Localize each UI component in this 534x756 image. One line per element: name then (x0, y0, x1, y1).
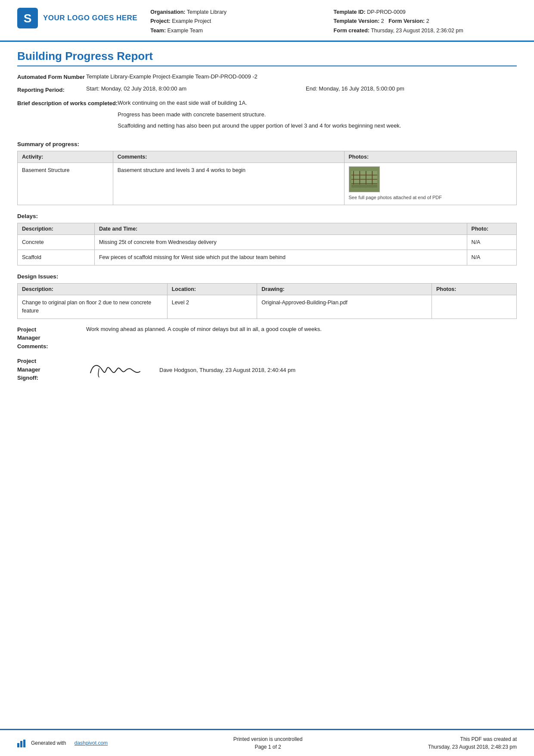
design-drawing-1: Original-Approved-Building-Plan.pdf (257, 295, 432, 319)
desc-line-2: Progress has been made with concrete bas… (118, 110, 517, 119)
pm-signoff-content: Dave Hodgson, Thursday, 23 August 2018, … (86, 356, 517, 383)
summary-row-1: Basement Structure Basement structure an… (18, 163, 517, 205)
page-footer: Generated with dashpivot.com Printed ver… (0, 729, 534, 756)
pm-signoff-row: Project Manager Signoff: Dave Hodgson, T… (17, 356, 517, 383)
form-created-row: Form created: Thursday, 23 August 2018, … (334, 26, 517, 35)
footer-page-number: Page 1 of 2 (233, 743, 303, 751)
delays-datetime-1: Missing 25t of concrete from Wednesday d… (94, 234, 467, 250)
summary-table-header-row: Activity: Comments: Photos: (18, 151, 517, 163)
reporting-period-row: Reporting Period: Start: Monday, 02 July… (17, 85, 517, 94)
form-number-label: Automated Form Number (17, 72, 86, 81)
header-meta: Organisation: Template Library Project: … (150, 8, 517, 35)
logo-icon: S (17, 8, 38, 28)
footer-link[interactable]: dashpivot.com (75, 740, 108, 746)
logo-text: YOUR LOGO GOES HERE (43, 14, 137, 22)
pm-comments-value: Work moving ahead as planned. A couple o… (86, 325, 517, 351)
footer-uncontrolled: Printed version is uncontrolled (233, 735, 303, 743)
reporting-period-label: Reporting Period: (17, 85, 86, 94)
svg-text:S: S (24, 12, 32, 25)
spacer (0, 559, 534, 729)
desc-line-1: Work continuing on the east side wall of… (118, 99, 517, 108)
delays-col-description: Description: (18, 223, 95, 234)
summary-col-activity: Activity: (18, 151, 113, 163)
main-content: Building Progress Report Automated Form … (0, 42, 534, 559)
design-col-photos: Photos: (432, 284, 516, 295)
summary-table: Activity: Comments: Photos: Basement Str… (17, 151, 517, 205)
delays-table: Description: Date and Time: Photo: Concr… (17, 223, 517, 266)
footer-pdf-created-label: This PDF was created at (428, 735, 517, 743)
page-header: S YOUR LOGO GOES HERE Organisation: Temp… (0, 0, 534, 42)
reporting-period-end: End: Monday, 16 July 2018, 5:00:00 pm (306, 85, 517, 92)
pm-signoff-label: Project Manager Signoff: (17, 356, 86, 382)
summary-photos-1: See full page photos attached at end of … (344, 163, 516, 205)
footer-center: Printed version is uncontrolled Page 1 o… (233, 735, 303, 751)
logo-area: S YOUR LOGO GOES HERE (17, 8, 137, 28)
delays-row-1: Concrete Missing 25t of concrete from We… (18, 234, 517, 250)
desc-line-3: Scaffolding and netting has also been pu… (118, 122, 517, 131)
svg-rect-11 (351, 184, 377, 188)
summary-col-comments: Comments: (113, 151, 344, 163)
delays-datetime-2: Few pieces of scaffold missing for West … (94, 250, 467, 266)
header-meta-left: Organisation: Template Library Project: … (150, 8, 333, 35)
project-row: Project: Example Project (150, 17, 333, 26)
reporting-period-start: Start: Monday, 02 July 2018, 8:00:00 am (86, 85, 297, 92)
team-row: Team: Example Team (150, 26, 333, 35)
design-issues-header: Design Issues: (17, 273, 517, 280)
pm-comments-row: Project Manager Comments: Work moving ah… (17, 325, 517, 351)
report-title: Building Progress Report (17, 50, 517, 66)
template-version-row: Template Version: 2 Form Version: 2 (334, 17, 517, 26)
delays-photo-2: N/A (467, 250, 516, 266)
brief-description-label: Brief description of works completed: (17, 99, 118, 108)
design-description-1: Change to original plan on floor 2 due t… (18, 295, 168, 319)
delays-description-1: Concrete (18, 234, 95, 250)
svg-rect-12 (17, 743, 19, 747)
delays-table-header-row: Description: Date and Time: Photo: (18, 223, 517, 234)
delays-row-2: Scaffold Few pieces of scaffold missing … (18, 250, 517, 266)
header-meta-right: Template ID: DP-PROD-0009 Template Versi… (334, 8, 517, 35)
brief-description-value: Work continuing on the east side wall of… (118, 99, 517, 133)
svg-rect-14 (23, 740, 25, 747)
footer-pdf-created-value: Thursday, 23 August 2018, 2:48:23 pm (428, 743, 517, 751)
footer-right: This PDF was created at Thursday, 23 Aug… (428, 735, 517, 751)
photo-thumbnail (349, 166, 380, 192)
design-photos-1 (432, 295, 516, 319)
org-row: Organisation: Template Library (150, 8, 333, 17)
summary-header: Summary of progress: (17, 141, 517, 147)
template-id-row: Template ID: DP-PROD-0009 (334, 8, 517, 17)
summary-comments-1: Basement structure and levels 3 and 4 wo… (113, 163, 344, 205)
delays-col-datetime: Date and Time: (94, 223, 467, 234)
footer-left: Generated with dashpivot.com (17, 739, 108, 747)
reporting-period-values: Start: Monday, 02 July 2018, 8:00:00 am … (86, 85, 517, 92)
summary-col-photos: Photos: (344, 151, 516, 163)
brief-description-row: Brief description of works completed: Wo… (17, 99, 517, 133)
svg-rect-13 (20, 741, 22, 747)
photo-cell: See full page photos attached at end of … (349, 166, 512, 201)
design-col-description: Description: (18, 284, 168, 295)
delays-col-photo: Photo: (467, 223, 516, 234)
photo-caption: See full page photos attached at end of … (349, 194, 442, 201)
design-location-1: Level 2 (167, 295, 257, 319)
signature (86, 356, 146, 383)
pm-signoff-name: Dave Hodgson, Thursday, 23 August 2018, … (159, 367, 295, 373)
pm-comments-label: Project Manager Comments: (17, 325, 86, 351)
design-issues-row-1: Change to original plan on floor 2 due t… (18, 295, 517, 319)
design-issues-header-row: Description: Location: Drawing: Photos: (18, 284, 517, 295)
design-col-location: Location: (167, 284, 257, 295)
form-number-row: Automated Form Number Template Library-E… (17, 72, 517, 81)
delays-header: Delays: (17, 213, 517, 219)
form-number-value: Template Library-Example Project-Example… (86, 72, 517, 81)
delays-photo-1: N/A (467, 234, 516, 250)
dashpivot-icon (17, 739, 28, 747)
delays-description-2: Scaffold (18, 250, 95, 266)
footer-generated-text: Generated with (31, 740, 66, 746)
summary-activity-1: Basement Structure (18, 163, 113, 205)
design-col-drawing: Drawing: (257, 284, 432, 295)
design-issues-table: Description: Location: Drawing: Photos: … (17, 283, 517, 319)
